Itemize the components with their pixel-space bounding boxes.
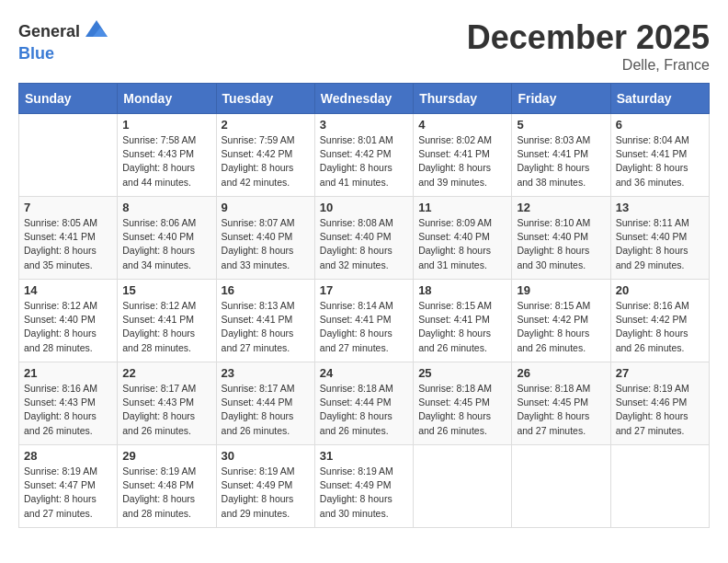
calendar-cell: 28Sunrise: 8:19 AMSunset: 4:47 PMDayligh…	[19, 445, 118, 528]
sunrise-text: Sunrise: 8:15 AM	[418, 299, 506, 313]
sunrise-text: Sunrise: 8:17 AM	[122, 382, 210, 396]
sunrise-text: Sunrise: 7:59 AM	[222, 133, 310, 147]
day-info: Sunrise: 8:15 AMSunset: 4:42 PMDaylight:…	[517, 299, 605, 355]
sunrise-text: Sunrise: 8:16 AM	[24, 382, 112, 396]
sunrise-text: Sunrise: 8:17 AM	[222, 382, 310, 396]
daylight-minutes-text: and 39 minutes.	[418, 176, 506, 190]
sunset-text: Sunset: 4:46 PM	[616, 396, 704, 409]
daylight-minutes-text: and 27 minutes.	[24, 507, 112, 521]
calendar-cell: 1Sunrise: 7:58 AMSunset: 4:43 PMDaylight…	[118, 114, 216, 197]
header: General Blue December 2025 Delle, France	[18, 18, 710, 74]
daylight-hours-text: Daylight: 8 hours	[320, 409, 408, 423]
sunset-text: Sunset: 4:40 PM	[122, 230, 210, 244]
calendar-cell: 20Sunrise: 8:16 AMSunset: 4:42 PMDayligh…	[610, 280, 709, 362]
calendar-week-4: 21Sunrise: 8:16 AMSunset: 4:43 PMDayligh…	[19, 362, 710, 445]
sunrise-text: Sunrise: 7:58 AM	[122, 133, 210, 147]
day-info: Sunrise: 8:16 AMSunset: 4:43 PMDaylight:…	[24, 382, 112, 438]
calendar-table: SundayMondayTuesdayWednesdayThursdayFrid…	[18, 83, 710, 528]
day-info: Sunrise: 8:18 AMSunset: 4:45 PMDaylight:…	[517, 382, 605, 438]
sunrise-text: Sunrise: 8:19 AM	[616, 382, 704, 396]
sunset-text: Sunset: 4:45 PM	[418, 396, 506, 409]
daylight-hours-text: Daylight: 8 hours	[122, 161, 210, 175]
day-info: Sunrise: 8:19 AMSunset: 4:49 PMDaylight:…	[320, 465, 408, 521]
day-info: Sunrise: 8:09 AMSunset: 4:40 PMDaylight:…	[418, 216, 506, 272]
weekday-header-friday: Friday	[512, 84, 610, 114]
sunrise-text: Sunrise: 8:10 AM	[517, 216, 605, 230]
sunrise-text: Sunrise: 8:14 AM	[320, 299, 408, 313]
calendar-cell: 6Sunrise: 8:04 AMSunset: 4:41 PMDaylight…	[610, 114, 709, 197]
daylight-minutes-text: and 26 minutes.	[122, 424, 210, 438]
daylight-hours-text: Daylight: 8 hours	[222, 327, 310, 340]
day-number: 12	[517, 201, 605, 214]
daylight-minutes-text: and 29 minutes.	[222, 507, 310, 521]
calendar-cell: 21Sunrise: 8:16 AMSunset: 4:43 PMDayligh…	[19, 362, 118, 445]
sunset-text: Sunset: 4:42 PM	[222, 147, 310, 161]
day-number: 8	[122, 201, 210, 214]
daylight-minutes-text: and 29 minutes.	[616, 259, 704, 272]
sunset-text: Sunset: 4:44 PM	[320, 396, 408, 409]
sunrise-text: Sunrise: 8:19 AM	[122, 465, 210, 478]
day-info: Sunrise: 8:18 AMSunset: 4:44 PMDaylight:…	[320, 382, 408, 438]
daylight-minutes-text: and 30 minutes.	[517, 259, 605, 272]
daylight-hours-text: Daylight: 8 hours	[122, 409, 210, 423]
day-info: Sunrise: 8:11 AMSunset: 4:40 PMDaylight:…	[616, 216, 704, 272]
day-number: 13	[616, 201, 704, 214]
sunset-text: Sunset: 4:40 PM	[616, 230, 704, 244]
sunrise-text: Sunrise: 8:01 AM	[320, 133, 408, 147]
sunrise-text: Sunrise: 8:03 AM	[517, 133, 605, 147]
calendar-cell: 11Sunrise: 8:09 AMSunset: 4:40 PMDayligh…	[414, 197, 512, 280]
sunrise-text: Sunrise: 8:02 AM	[418, 133, 506, 147]
daylight-minutes-text: and 26 minutes.	[517, 341, 605, 355]
daylight-hours-text: Daylight: 8 hours	[24, 327, 112, 340]
day-info: Sunrise: 7:58 AMSunset: 4:43 PMDaylight:…	[122, 133, 210, 190]
daylight-hours-text: Daylight: 8 hours	[616, 409, 704, 423]
day-number: 2	[222, 118, 310, 132]
day-info: Sunrise: 8:08 AMSunset: 4:40 PMDaylight:…	[320, 216, 408, 272]
daylight-hours-text: Daylight: 8 hours	[122, 244, 210, 258]
daylight-minutes-text: and 33 minutes.	[222, 259, 310, 272]
sunrise-text: Sunrise: 8:07 AM	[222, 216, 310, 230]
calendar-cell: 9Sunrise: 8:07 AMSunset: 4:40 PMDaylight…	[216, 197, 314, 280]
daylight-hours-text: Daylight: 8 hours	[418, 409, 506, 423]
sunrise-text: Sunrise: 8:18 AM	[320, 382, 408, 396]
sunset-text: Sunset: 4:40 PM	[24, 313, 112, 327]
sunrise-text: Sunrise: 8:09 AM	[418, 216, 506, 230]
day-number: 11	[418, 201, 506, 214]
sunrise-text: Sunrise: 8:16 AM	[616, 299, 704, 313]
day-info: Sunrise: 8:16 AMSunset: 4:42 PMDaylight:…	[616, 299, 704, 355]
calendar-cell: 30Sunrise: 8:19 AMSunset: 4:49 PMDayligh…	[216, 445, 314, 528]
sunset-text: Sunset: 4:43 PM	[122, 147, 210, 161]
sunset-text: Sunset: 4:40 PM	[320, 230, 408, 244]
daylight-minutes-text: and 26 minutes.	[418, 424, 506, 438]
daylight-minutes-text: and 26 minutes.	[24, 424, 112, 438]
daylight-minutes-text: and 26 minutes.	[616, 341, 704, 355]
daylight-minutes-text: and 28 minutes.	[24, 341, 112, 355]
daylight-hours-text: Daylight: 8 hours	[418, 161, 506, 175]
day-number: 29	[122, 449, 210, 463]
calendar-week-2: 7Sunrise: 8:05 AMSunset: 4:41 PMDaylight…	[19, 197, 710, 280]
day-number: 10	[320, 201, 408, 214]
day-number: 17	[320, 283, 408, 297]
daylight-hours-text: Daylight: 8 hours	[24, 492, 112, 506]
daylight-minutes-text: and 35 minutes.	[24, 259, 112, 272]
day-number: 19	[517, 283, 605, 297]
month-year-title: December 2025	[467, 18, 710, 57]
day-info: Sunrise: 8:04 AMSunset: 4:41 PMDaylight:…	[616, 133, 704, 190]
day-number: 1	[122, 118, 210, 132]
daylight-hours-text: Daylight: 8 hours	[517, 161, 605, 175]
day-number: 27	[616, 366, 704, 380]
daylight-hours-text: Daylight: 8 hours	[517, 244, 605, 258]
day-info: Sunrise: 8:05 AMSunset: 4:41 PMDaylight:…	[24, 216, 112, 272]
daylight-minutes-text: and 27 minutes.	[320, 341, 408, 355]
title-area: December 2025 Delle, France	[467, 18, 710, 74]
daylight-minutes-text: and 26 minutes.	[222, 424, 310, 438]
day-number: 26	[517, 366, 605, 380]
daylight-hours-text: Daylight: 8 hours	[222, 492, 310, 506]
day-info: Sunrise: 8:03 AMSunset: 4:41 PMDaylight:…	[517, 133, 605, 190]
sunrise-text: Sunrise: 8:18 AM	[517, 382, 605, 396]
sunrise-text: Sunrise: 8:19 AM	[222, 465, 310, 478]
sunset-text: Sunset: 4:49 PM	[222, 478, 310, 492]
day-number: 18	[418, 283, 506, 297]
day-number: 23	[222, 366, 310, 380]
sunset-text: Sunset: 4:41 PM	[122, 313, 210, 327]
